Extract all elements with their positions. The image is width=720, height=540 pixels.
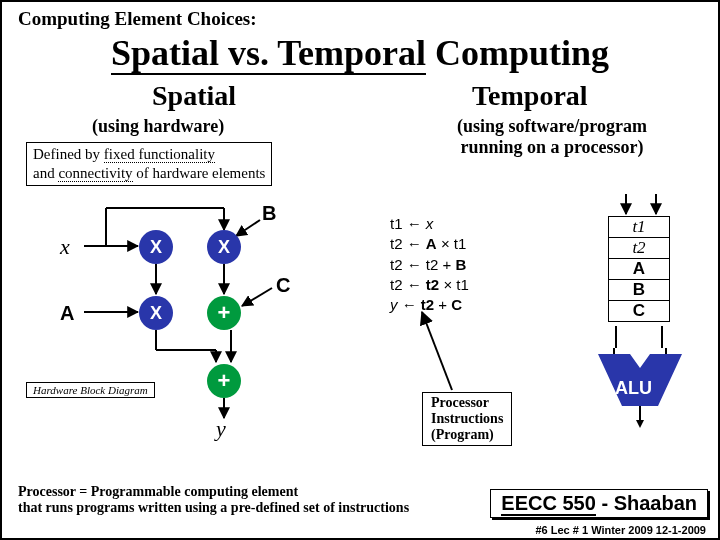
slide-supertitle: Computing Element Choices:	[18, 8, 257, 30]
subtitle-spatial: (using hardware)	[92, 116, 224, 137]
slide-title: Spatial vs. Temporal Computing	[2, 32, 718, 74]
adder-node-1: +	[207, 296, 241, 330]
title-rest: Computing	[426, 33, 609, 73]
course-code: EECC 550	[501, 492, 596, 516]
regfile-in-arrows	[598, 192, 678, 222]
diagram-wires	[26, 194, 356, 444]
reg-to-alu-wires	[602, 326, 682, 352]
course-author: - Shaaban	[596, 492, 697, 514]
multiplier-node-3: X	[139, 296, 173, 330]
footer-meta: #6 Lec # 1 Winter 2009 12-1-2009	[535, 524, 706, 536]
multiplier-node-1: X	[139, 230, 173, 264]
reg-b: B	[609, 280, 669, 301]
course-tag: EECC 550 - Shaaban	[490, 489, 708, 518]
label-b: B	[262, 202, 276, 225]
label-y: y	[216, 416, 226, 442]
column-heading-spatial: Spatial	[152, 80, 236, 112]
column-heading-temporal: Temporal	[472, 80, 588, 112]
multiplier-node-2: X	[207, 230, 241, 264]
svg-line-14	[422, 312, 452, 390]
defbox-mid: and	[33, 165, 58, 181]
instruction-sequence: t1 ← x t2 ← A × t1 t2 ← t2 + B t2 ← t2 ×…	[390, 214, 469, 315]
reg-c: C	[609, 301, 669, 321]
hardware-diagram-label: Hardware Block Diagram	[26, 382, 155, 398]
reg-t2: t2	[609, 238, 669, 259]
processor-instructions-box: Processor Instructions (Program)	[422, 392, 512, 446]
label-x: x	[60, 234, 70, 260]
pibox-l2: Instructions	[431, 411, 503, 427]
procnote-l1: Processor = Programmable computing eleme…	[18, 484, 409, 500]
alu-label: ALU	[615, 378, 652, 399]
svg-line-10	[236, 220, 260, 236]
pibox-l3: (Program)	[431, 427, 503, 443]
slide: Computing Element Choices: Spatial vs. T…	[0, 0, 720, 540]
title-underlined: Spatial vs. Temporal	[111, 33, 426, 75]
arrow-instructions	[412, 302, 482, 402]
hardware-block-diagram: x A B C y X X X + + Hardware Block Diagr…	[26, 194, 356, 444]
definition-box: Defined by fixed functionality and conne…	[26, 142, 272, 186]
label-a: A	[60, 302, 74, 325]
defbox-u1: fixed functionality	[104, 146, 215, 163]
procnote-l2: that runs programs written using a pre-d…	[18, 500, 409, 516]
svg-line-11	[242, 288, 272, 306]
adder-node-2: +	[207, 364, 241, 398]
reg-a: A	[609, 259, 669, 280]
processor-definition-note: Processor = Programmable computing eleme…	[18, 484, 409, 516]
subtitle-temporal: (using software/program running on a pro…	[427, 116, 677, 158]
defbox-post: of hardware elements	[133, 165, 266, 181]
pibox-l1: Processor	[431, 395, 503, 411]
label-c: C	[276, 274, 290, 297]
register-file: t1 t2 A B C	[608, 216, 670, 322]
svg-marker-21	[636, 420, 644, 428]
defbox-u2: connectivity	[58, 165, 132, 182]
defbox-pre: Defined by	[33, 146, 104, 162]
